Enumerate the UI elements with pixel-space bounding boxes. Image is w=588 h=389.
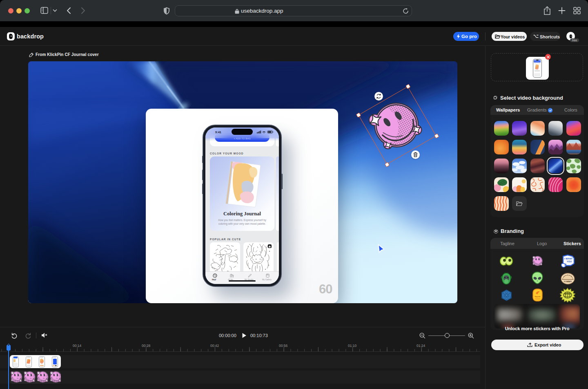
svg-text:MR BIG: MR BIG: [565, 293, 570, 295]
svg-text:YUMMY: YUMMY: [564, 280, 572, 283]
svg-text:I WANT: I WANT: [564, 257, 573, 260]
svg-text:YOU: YOU: [567, 260, 572, 263]
svg-text:Sagrada: Sagrada: [535, 296, 541, 297]
